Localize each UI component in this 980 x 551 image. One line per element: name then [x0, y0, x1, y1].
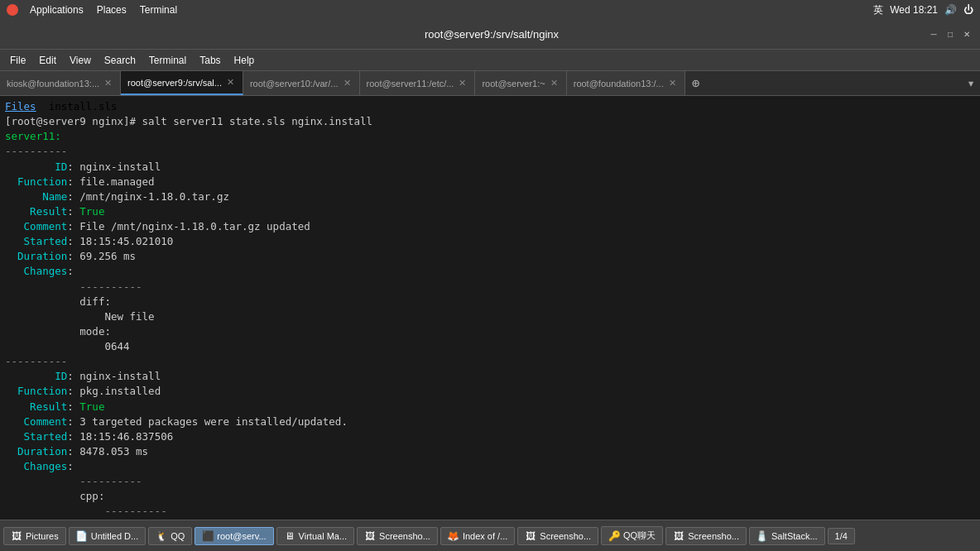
line-func2: Function: pkg.installed: [5, 384, 975, 399]
minimize-button[interactable]: ─: [927, 28, 940, 41]
menu-terminal[interactable]: Terminal: [142, 53, 193, 68]
maximize-button[interactable]: □: [944, 28, 957, 41]
tab-label-2: root@server10:/var/...: [250, 79, 339, 89]
taskbar-saltstack[interactable]: 🧂 SaltStack...: [749, 527, 825, 545]
line-started1: Started: 18:15:45.021010: [5, 234, 975, 249]
line-cpp: cpp:: [5, 489, 975, 504]
qq-chat-icon: 🔑: [608, 530, 620, 542]
system-bar-right: 英 Wed 18:21 🔊 ⏻: [873, 3, 973, 17]
tab-label-1: root@server9:/srv/sal...: [127, 78, 222, 88]
taskbar-screenshot2-label: Screensho...: [540, 531, 591, 541]
line-sep4: ----------: [5, 474, 975, 489]
pictures-icon: 🖼: [11, 530, 22, 542]
virtualbox-icon: 🖥: [284, 530, 295, 542]
screenshot2-icon: 🖼: [525, 530, 536, 542]
line-sep1: ----------: [5, 144, 975, 159]
taskbar-qq-chat[interactable]: 🔑 QQ聊天: [601, 526, 663, 545]
tab-3[interactable]: root@server11:/etc/... ✕: [360, 71, 476, 95]
terminal-content[interactable]: Files install.sls [root@server9 nginx]# …: [0, 96, 980, 520]
terminal-icon: ⬛: [202, 530, 214, 542]
qq-icon: 🐧: [156, 530, 167, 542]
taskbar-qq-label: QQ: [171, 531, 185, 541]
taskbar-pager-label: 1/4: [835, 531, 848, 541]
tab-close-3[interactable]: ✕: [457, 78, 468, 89]
taskbar-screenshot2[interactable]: 🖼 Screensho...: [517, 527, 598, 545]
applications-menu[interactable]: Applications: [25, 4, 89, 16]
document-icon: 📄: [76, 530, 88, 542]
taskbar-qq-chat-label: QQ聊天: [623, 529, 656, 542]
system-bar-left: Applications Places Terminal: [7, 4, 182, 16]
line-new: new:: [5, 520, 975, 520]
menu-edit[interactable]: Edit: [32, 53, 63, 68]
close-button[interactable]: ✕: [960, 28, 973, 41]
line-started2: Started: 18:15:46.837506: [5, 429, 975, 444]
power-icon[interactable]: ⏻: [963, 4, 973, 16]
line-changes1: Changes:: [5, 264, 975, 279]
taskbar-qq[interactable]: 🐧 QQ: [148, 527, 192, 545]
menu-help[interactable]: Help: [228, 53, 262, 68]
screenshot3-icon: 🖼: [673, 530, 685, 542]
taskbar-virtualbox[interactable]: 🖥 Virtual Ma...: [276, 527, 355, 545]
taskbar-screenshot3-label: Screensho...: [688, 531, 739, 541]
title-bar: root@server9:/srv/salt/nginx ─ □ ✕: [0, 20, 980, 50]
taskbar-pictures-label: Pictures: [26, 531, 59, 541]
tab-close-5[interactable]: ✕: [667, 78, 678, 89]
tab-5[interactable]: root@foundation13:/... ✕: [567, 71, 685, 95]
taskbar-untitled[interactable]: 📄 Untitled D...: [69, 527, 146, 545]
menu-bar: File Edit View Search Terminal Tabs Help: [0, 50, 980, 71]
language-indicator: 英: [873, 3, 883, 17]
datetime-display: Wed 18:21: [890, 4, 938, 16]
taskbar-screenshot3[interactable]: 🖼 Screensho...: [665, 527, 747, 545]
screenshot1-icon: 🖼: [364, 530, 376, 542]
app-icon: [7, 4, 18, 16]
line-sep2: ----------: [5, 280, 975, 295]
firefox-icon: 🦊: [448, 530, 459, 542]
taskbar-firefox[interactable]: 🦊 Index of /...: [440, 527, 515, 545]
tab-label-4: root@server1:~: [482, 79, 545, 89]
tab-label-3: root@server11:/etc/...: [367, 79, 454, 89]
taskbar-screenshot1-label: Screensho...: [379, 531, 430, 541]
tab-scroll-button[interactable]: ▾: [962, 71, 980, 95]
volume-icon[interactable]: 🔊: [944, 4, 957, 16]
line-sep5: ----------: [5, 504, 975, 519]
line-result1: Result: True: [5, 204, 975, 219]
tab-close-1[interactable]: ✕: [225, 77, 236, 88]
menu-view[interactable]: View: [63, 53, 98, 68]
tab-2[interactable]: root@server10:/var/... ✕: [243, 71, 360, 95]
tab-1[interactable]: root@server9:/srv/sal... ✕: [121, 71, 243, 95]
menu-tabs[interactable]: Tabs: [193, 53, 227, 68]
tab-0[interactable]: kiosk@foundation13:... ✕: [0, 71, 121, 95]
taskbar: 🖼 Pictures 📄 Untitled D... 🐧 QQ ⬛ root@s…: [0, 520, 980, 551]
menu-search[interactable]: Search: [98, 53, 142, 68]
line-comment2: Comment: 3 targeted packages were instal…: [5, 414, 975, 429]
tab-close-0[interactable]: ✕: [103, 78, 113, 89]
taskbar-terminal[interactable]: ⬛ root@serv...: [195, 527, 273, 545]
line-comment1: Comment: File /mnt/nginx-1.18.0.tar.gz u…: [5, 219, 975, 234]
taskbar-pictures[interactable]: 🖼 Pictures: [3, 527, 66, 545]
line-duration1: Duration: 69.256 ms: [5, 249, 975, 264]
line-0644: 0644: [5, 339, 975, 354]
taskbar-virtualbox-label: Virtual Ma...: [299, 531, 348, 541]
terminal-window: root@server9:/srv/salt/nginx ─ □ ✕ File …: [0, 20, 980, 520]
places-menu[interactable]: Places: [92, 4, 132, 16]
tab-4[interactable]: root@server1:~ ✕: [475, 71, 566, 95]
tab-close-2[interactable]: ✕: [342, 78, 353, 89]
taskbar-screenshot1[interactable]: 🖼 Screensho...: [357, 527, 438, 545]
line-duration2: Duration: 8478.053 ms: [5, 444, 975, 459]
tab-label-0: kiosk@foundation13:...: [7, 79, 99, 89]
line-mode: mode:: [5, 324, 975, 339]
line-diff: diff:: [5, 295, 975, 309]
line-link: Files install.sls: [5, 99, 975, 114]
tab-close-4[interactable]: ✕: [549, 78, 560, 89]
line-prompt: [root@server9 nginx]# salt server11 stat…: [5, 114, 975, 129]
taskbar-saltstack-label: SaltStack...: [771, 531, 818, 541]
line-result2: Result: True: [5, 400, 975, 414]
menu-file[interactable]: File: [3, 53, 32, 68]
terminal-menu[interactable]: Terminal: [135, 4, 182, 16]
line-id1: ID: nginx-install: [5, 160, 975, 175]
line-server: server11:: [5, 129, 975, 144]
new-tab-button[interactable]: ⊕: [685, 71, 707, 95]
taskbar-pager[interactable]: 1/4: [828, 528, 855, 544]
line-sep3: ----------: [5, 354, 975, 369]
window-title: root@server9:/srv/salt/nginx: [56, 28, 927, 41]
